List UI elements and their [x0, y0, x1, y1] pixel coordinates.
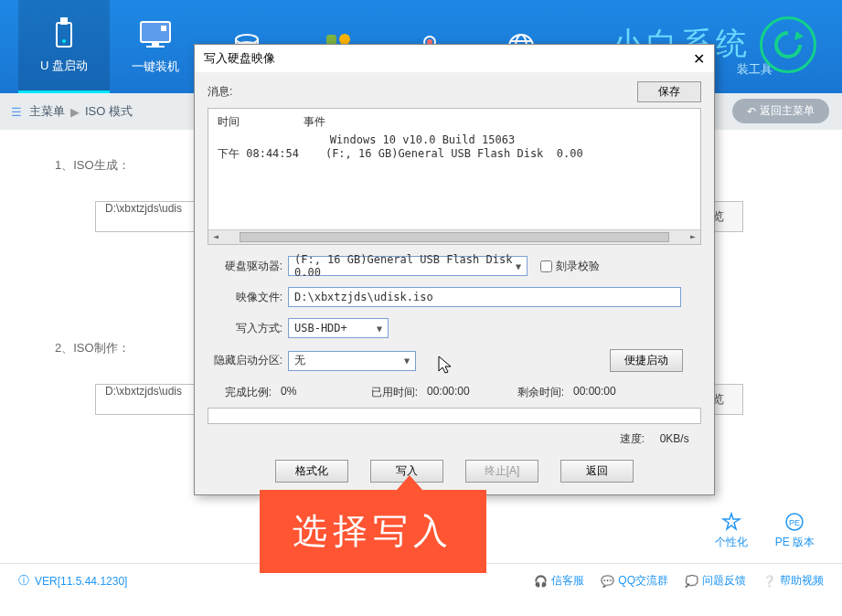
- link-qq[interactable]: 💬QQ交流群: [601, 573, 668, 589]
- step1-label: 1、ISO生成：: [55, 157, 165, 174]
- hide-boot-label: 隐藏启动分区:: [208, 353, 282, 368]
- tab-oneclick-install[interactable]: 一键装机: [110, 0, 201, 93]
- list-icon: ☰: [11, 105, 22, 119]
- svg-text:PE: PE: [789, 518, 800, 527]
- svg-rect-3: [141, 22, 170, 42]
- back-button[interactable]: 返回: [560, 460, 634, 483]
- bottom-links: 🎧信客服 💬QQ交流群 💭问题反馈 ❔帮助视频: [534, 573, 824, 589]
- bubble-icon: 💭: [685, 575, 698, 588]
- pe-version-label: PE 版本: [775, 535, 815, 550]
- log-line-2: 下午 08:44:54 (F:, 16 GB)General USB Flash…: [218, 146, 691, 162]
- format-button[interactable]: 格式化: [275, 460, 348, 483]
- write-mode-value: USB-HDD+: [294, 322, 347, 335]
- write-mode-select[interactable]: USB-HDD+ ▼: [288, 318, 389, 338]
- dialog-titlebar: 写入硬盘映像 ✕: [195, 45, 714, 72]
- headset-icon: 🎧: [534, 575, 548, 588]
- personalize-button[interactable]: 个性化: [715, 512, 748, 550]
- svg-rect-5: [146, 46, 165, 48]
- log-col-time: 时间: [218, 114, 240, 130]
- link-help[interactable]: ❔帮助视频: [762, 573, 824, 589]
- image-file-input[interactable]: D:\xbxtzjds\udisk.iso: [288, 287, 681, 307]
- personalize-label: 个性化: [715, 535, 748, 550]
- tab-label: 一键装机: [132, 58, 179, 75]
- mouse-cursor-icon: [437, 355, 453, 379]
- usb-icon: [48, 17, 80, 50]
- svg-marker-21: [723, 514, 740, 529]
- scroll-right-icon[interactable]: ►: [686, 230, 700, 244]
- log-line-1: Windows 10 v10.0 Build 15063: [218, 133, 691, 146]
- verify-label: 刻录校验: [556, 259, 600, 274]
- stop-button[interactable]: 终止[A]: [465, 460, 538, 483]
- progress-value: 0%: [281, 385, 345, 400]
- progress-label: 完成比例:: [208, 385, 272, 400]
- message-label: 消息:: [208, 84, 232, 100]
- chat-icon: 💬: [601, 575, 614, 588]
- svg-rect-0: [57, 23, 71, 47]
- pe-version-button[interactable]: PE PE 版本: [775, 512, 815, 550]
- back-label: 返回主菜单: [760, 103, 815, 119]
- svg-rect-4: [152, 42, 159, 46]
- breadcrumb-root[interactable]: 主菜单: [29, 103, 65, 120]
- side-actions: 个性化 PE PE 版本: [715, 512, 815, 550]
- back-main-button[interactable]: ↶ 返回主菜单: [732, 99, 829, 123]
- verify-checkbox[interactable]: 刻录校验: [540, 259, 600, 274]
- svg-rect-1: [60, 17, 68, 25]
- chevron-down-icon: ▼: [404, 356, 410, 366]
- speed-label: 速度:: [620, 432, 645, 445]
- verify-checkbox-input[interactable]: [540, 260, 552, 272]
- chevron-down-icon: ▼: [377, 324, 382, 334]
- log-scrollbar[interactable]: ◄ ►: [208, 229, 700, 244]
- disk-drive-select[interactable]: (F:, 16 GB)General USB Flash Disk 0.00 ▼: [288, 256, 528, 276]
- image-file-label: 映像文件:: [208, 290, 282, 305]
- annotation-callout: 选择写入: [260, 490, 486, 573]
- scroll-thumb[interactable]: [240, 232, 669, 242]
- dialog-title: 写入硬盘映像: [204, 50, 275, 67]
- hide-boot-value: 无: [294, 353, 305, 368]
- tab-usb-boot[interactable]: U 盘启动: [18, 0, 110, 93]
- save-button[interactable]: 保存: [637, 81, 701, 102]
- breadcrumb-current: ISO 模式: [85, 103, 133, 120]
- svg-point-2: [62, 39, 66, 43]
- write-mode-label: 写入方式:: [208, 321, 282, 336]
- scroll-left-icon[interactable]: ◄: [208, 230, 223, 244]
- elapsed-label: 已用时间:: [354, 385, 418, 400]
- disk-drive-value: (F:, 16 GB)General USB Flash Disk 0.00: [294, 253, 516, 279]
- close-icon[interactable]: ✕: [693, 50, 705, 68]
- remaining-label: 剩余时间:: [500, 385, 564, 400]
- info-icon: ⓘ: [18, 573, 29, 589]
- svg-marker-20: [794, 31, 804, 40]
- link-support[interactable]: 🎧信客服: [534, 573, 584, 589]
- undo-icon: ↶: [747, 105, 756, 118]
- elapsed-value: 00:00:00: [427, 385, 491, 400]
- chevron-down-icon: ▼: [516, 261, 521, 271]
- chevron-right-icon: ▶: [70, 105, 80, 119]
- speed-value: 0KB/s: [660, 432, 689, 445]
- tab-label: U 盘启动: [40, 58, 88, 74]
- help-icon: ❔: [762, 575, 776, 588]
- progress-bar: [208, 408, 701, 424]
- monitor-icon: [139, 18, 172, 51]
- log-box: 时间 事件 Windows 10 v10.0 Build 15063 下午 08…: [208, 108, 701, 245]
- hide-boot-select[interactable]: 无 ▼: [288, 351, 416, 371]
- step2-label: 2、ISO制作：: [55, 340, 165, 356]
- refresh-button[interactable]: [760, 16, 816, 73]
- remaining-value: 00:00:00: [573, 385, 637, 400]
- version-label: VER[11.5.44.1230]: [35, 575, 127, 588]
- disk-drive-label: 硬盘驱动器:: [208, 259, 282, 274]
- quick-boot-button[interactable]: 便捷启动: [610, 349, 683, 372]
- write-disk-image-dialog: 写入硬盘映像 ✕ 消息: 保存 时间 事件 Windows 10 v10.0 B…: [194, 44, 715, 495]
- svg-rect-6: [161, 26, 166, 31]
- log-col-event: 事件: [304, 114, 325, 130]
- link-feedback[interactable]: 💭问题反馈: [685, 573, 746, 589]
